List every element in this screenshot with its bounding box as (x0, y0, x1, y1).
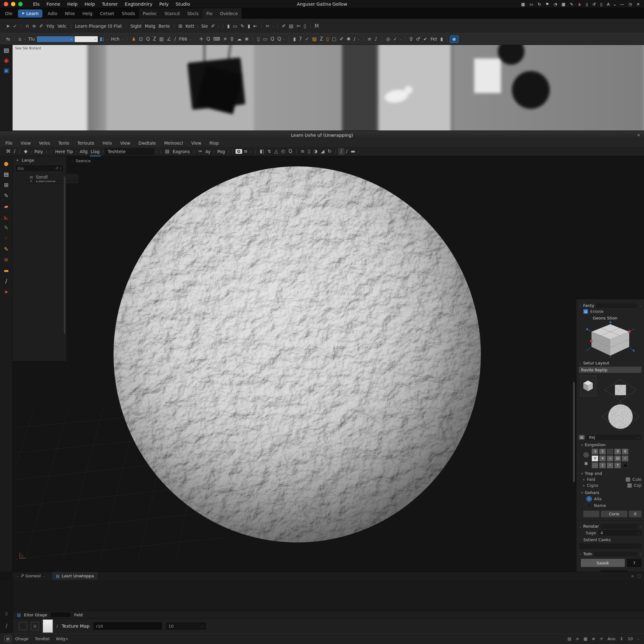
proj-btn[interactable]: ◆ (622, 462, 629, 469)
updown-icon[interactable]: ↕ (620, 636, 623, 641)
tab-adlo[interactable]: Adlo (44, 8, 61, 19)
keypad-icon[interactable]: ⌨ (212, 37, 222, 42)
proj-btn[interactable]: Ш (614, 455, 621, 462)
page-icon[interactable]: ▬ (349, 149, 357, 154)
panel-icon[interactable]: ▯ (256, 37, 261, 42)
tab-cetset[interactable]: Cetset (96, 8, 118, 19)
close-icon[interactable]: ✕ (635, 2, 641, 6)
pencil-tool-icon[interactable]: ✎ (1, 191, 12, 201)
tab-learn[interactable]: ⚑Learn (18, 9, 42, 18)
home-icon[interactable]: ⌂ (17, 37, 23, 42)
aperture-icon[interactable]: ◎ (583, 451, 589, 458)
chevron-right-icon[interactable]: ▸ (583, 478, 585, 481)
proj-btn[interactable]: 4 (599, 455, 606, 462)
sage-select[interactable]: 4 ⌄ (598, 530, 641, 536)
trop-section-header[interactable]: ▾ Trop snd (581, 471, 641, 476)
menu-item[interactable]: Help (64, 2, 81, 7)
ydy-button[interactable]: Ydy (45, 24, 56, 29)
check3-icon[interactable]: ✓ (392, 37, 399, 42)
check2-icon[interactable]: ✓ (303, 37, 311, 42)
clipboard-icon[interactable]: ▯ (302, 24, 308, 29)
inner-menu-item[interactable]: Tenlo (54, 141, 73, 146)
cone-icon[interactable]: △ (273, 149, 280, 154)
proj-btn[interactable]: 5 (599, 448, 606, 455)
allg-label[interactable]: Allg (78, 149, 89, 154)
window-status-icon[interactable]: ▯ (599, 2, 604, 6)
pen2-icon[interactable]: ✐ (280, 24, 287, 29)
scene-dropdown[interactable]: ⌄ Seence (71, 158, 91, 163)
tab-ovelece[interactable]: Ovelece (216, 8, 242, 19)
window2-icon[interactable]: ▯ (306, 149, 312, 154)
menu-item[interactable]: Fonne (43, 2, 64, 7)
document-app-icon[interactable]: ▤ (3, 47, 9, 53)
pog-dropdown[interactable]: Pog (216, 149, 227, 154)
velc-button[interactable]: Velc (56, 24, 68, 29)
quill-icon[interactable]: ✑ (197, 149, 204, 154)
comment-icon[interactable]: ▭ (231, 24, 239, 29)
swatchbook-icon[interactable]: ▨ (311, 37, 318, 42)
flag-icon[interactable]: ⚑ (544, 2, 551, 6)
nav-arrows-icon[interactable]: ⇆ (4, 37, 12, 42)
orange-pencil-tool-icon[interactable]: ✎ (1, 244, 12, 254)
learn-range-label[interactable]: Learn Ploange (0 Flat (74, 24, 124, 29)
tsdn-section-header[interactable]: ⌄ Tsdn ⌄ (579, 552, 641, 556)
grid2-icon[interactable]: ▦ (584, 637, 587, 641)
book-icon[interactable]: ▯ (325, 37, 330, 42)
confirm-icon[interactable]: ✔ (422, 37, 429, 42)
malg-button[interactable]: Malg (143, 24, 157, 29)
note-icon[interactable]: ♪ (373, 37, 379, 42)
blue-app-icon[interactable]: ▣ (3, 68, 9, 73)
corie-button[interactable]: Corie (601, 511, 627, 517)
search-input[interactable]: Gis (18, 166, 24, 171)
menu-item[interactable]: Help (81, 2, 98, 7)
name-radio[interactable] (586, 503, 592, 508)
m-marker-icon[interactable]: M (313, 24, 320, 29)
ronstar-section-header[interactable]: ⌄ Ronstar ⌄ (579, 524, 641, 529)
proj-btn[interactable]: 6 (622, 448, 629, 455)
image-box-icon[interactable]: ▤ (4, 636, 11, 642)
tree-item[interactable]: ▤Sondl (25, 174, 79, 180)
proj-btn[interactable]: V (591, 455, 598, 462)
copy-icon[interactable]: ▭ (261, 37, 269, 42)
pen-icon[interactable]: ✐ (209, 24, 217, 29)
inner-menu-item[interactable]: View (116, 141, 134, 146)
family-dropdown[interactable] (596, 303, 637, 308)
inner-menu-item[interactable]: Veles (35, 141, 54, 146)
here-tip-label[interactable]: Here Tip (53, 149, 74, 154)
chevron-down-icon[interactable]: ⌄ (637, 637, 640, 641)
shape-icon[interactable]: ▢ (330, 37, 338, 42)
pointer-tool-icon[interactable]: ➤ (4, 24, 12, 29)
active-editor-tab[interactable]: ▤ Lasrt Unwtoppa (52, 572, 98, 580)
outliner-header[interactable]: + Lange (13, 156, 66, 164)
stamp-icon[interactable]: ▮ (291, 37, 297, 42)
app-menu-icon[interactable]: ⌘ (4, 149, 12, 154)
proj-btn[interactable]: ~ (607, 462, 613, 469)
menu-item[interactable]: Tutorer (98, 2, 121, 7)
saook-button[interactable]: Saook (581, 559, 625, 567)
z2-icon[interactable]: Z (318, 37, 325, 42)
proj-btn[interactable]: · (591, 462, 598, 469)
z-depth-icon[interactable]: Z (151, 37, 158, 42)
move-icon[interactable]: ◧ (258, 149, 266, 154)
wedge-tool-icon[interactable]: ◣ (1, 212, 12, 222)
proj-btn[interactable] (607, 448, 613, 455)
menu-item[interactable]: Pely (156, 2, 172, 7)
cube-thumbnail[interactable] (580, 375, 596, 396)
peach-tool-icon[interactable]: ● (1, 159, 12, 169)
edit-icon[interactable]: ∕ (60, 166, 61, 170)
pen-tool-icon[interactable]: ∕ (6, 623, 8, 629)
teshtete-dropdown[interactable]: Teshtete (105, 148, 154, 155)
berie-button[interactable]: Berie (157, 24, 171, 29)
badge-icon[interactable]: ◆ (22, 149, 29, 154)
compass-icon[interactable]: ◴ (280, 149, 287, 154)
table-icon[interactable]: ⊞ (177, 24, 184, 29)
knife-tool-icon[interactable]: ∕ (1, 276, 12, 286)
sigbt-button[interactable]: Sigbt (129, 24, 143, 29)
users-icon[interactable]: ♟ (576, 2, 583, 6)
bolt-icon[interactable]: ↯ (266, 149, 273, 154)
find-icon[interactable]: Q (287, 149, 294, 154)
inner-menu-item[interactable]: Dwdtale (134, 141, 160, 146)
pen3-icon[interactable]: ✐ (338, 37, 345, 42)
viewport-scrollbar[interactable] (573, 382, 575, 482)
close-x-icon[interactable]: ✕ (222, 37, 229, 42)
